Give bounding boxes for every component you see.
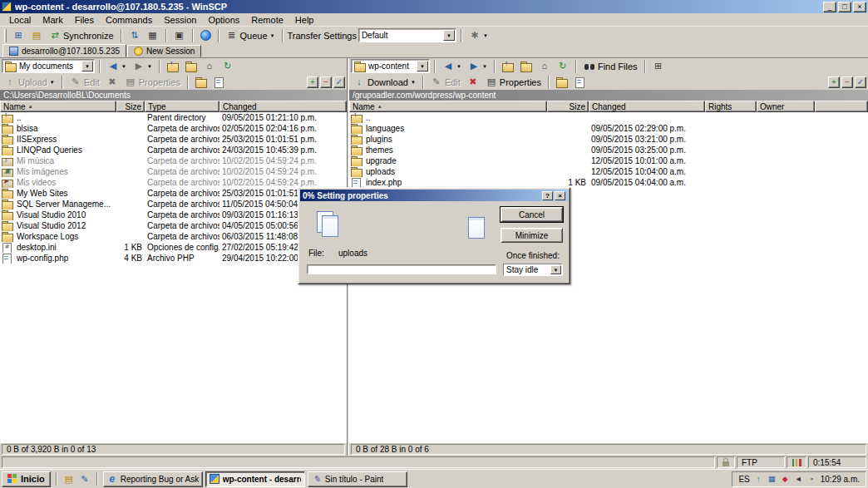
column-header-name[interactable]: Name — [0, 101, 116, 112]
back-button[interactable]: ◀▼ — [105, 59, 129, 74]
remote-path-bar[interactable]: /grupoadler.com/wordpress/wp-content — [349, 90, 868, 101]
once-finished-select[interactable]: Stay idle ▼ — [503, 264, 563, 276]
file-row[interactable]: languages 09/05/2015 02:29:00 p.m. — [349, 123, 868, 134]
menu-item[interactable]: Options — [202, 14, 245, 26]
task-button[interactable]: Reporting Bug or Asking ... — [103, 471, 203, 487]
unselect-files-button[interactable]: − — [841, 76, 853, 88]
stored-sessions-button[interactable]: ▤ — [28, 28, 45, 43]
tray-keyboard-icon[interactable]: ▪ — [807, 475, 816, 484]
file-row[interactable]: Workspace Logs Carpeta de archivos 06/03… — [0, 231, 347, 242]
invert-selection-button[interactable]: ✓ — [333, 76, 345, 88]
properties-button[interactable]: ▤ Properties — [122, 75, 183, 90]
parent-directory-button[interactable] — [500, 59, 516, 74]
edit-button[interactable]: ✎ Edit — [428, 75, 463, 90]
transfer-settings-select[interactable]: Default ▼ — [358, 28, 456, 42]
new-folder-button[interactable] — [193, 75, 210, 90]
window-titlebar[interactable]: wp-content - desarrollo@107.180.5.235 - … — [0, 0, 868, 13]
menu-item[interactable]: Local — [3, 14, 37, 26]
dropdown-arrow-icon[interactable]: ▼ — [443, 30, 455, 41]
column-header-type[interactable]: Type — [145, 101, 219, 112]
forward-button[interactable]: ▶▼ — [131, 59, 155, 74]
file-row[interactable]: blsisa Carpeta de archivos 02/05/2015 02… — [0, 123, 347, 134]
tray-volume-icon[interactable]: ◄ — [794, 475, 803, 484]
tray-shield-icon[interactable]: ◆ — [781, 475, 790, 484]
select-files-button[interactable]: + — [828, 76, 840, 88]
refresh-button[interactable]: ↻ — [555, 59, 571, 74]
file-row[interactable]: .. Parent directory 09/05/2015 01:21:10 … — [0, 112, 347, 123]
transfer-options-button[interactable]: ✱ ▼ — [466, 28, 491, 43]
session-tab[interactable]: desarrollo@107.180.5.235 — [2, 44, 126, 57]
column-header-size[interactable]: Size — [116, 101, 145, 112]
file-row[interactable]: Visual Studio 2010 Carpeta de archivos 0… — [0, 209, 347, 220]
properties-button[interactable]: ▤ Properties — [483, 75, 544, 90]
file-row[interactable]: .. — [349, 112, 868, 123]
unselect-files-button[interactable]: − — [320, 76, 332, 88]
synchronize-browsing-button[interactable]: ⇅ — [126, 28, 143, 43]
file-row[interactable]: Mi música Carpeta de archivos 10/02/2015… — [0, 155, 347, 166]
back-button[interactable]: ◀▼ — [440, 59, 464, 74]
file-row[interactable]: LINQPad Queries Carpeta de archivos 24/0… — [0, 145, 347, 155]
file-row[interactable]: themes 09/05/2015 03:25:00 p.m. — [349, 145, 868, 155]
queue-button[interactable]: ≣ Queue ▼ — [224, 28, 278, 43]
delete-button[interactable]: ✖ — [465, 75, 481, 90]
task-button[interactable]: wp-content - desarroll... — [205, 471, 305, 487]
file-row[interactable]: Mis videos Carpeta de archivos 10/02/201… — [0, 177, 347, 188]
home-directory-button[interactable]: ⌂ — [536, 59, 553, 74]
column-header-changed[interactable]: Changed — [589, 101, 705, 112]
column-header-size[interactable]: Size — [547, 101, 589, 112]
file-row[interactable]: wp-config.php 4 KB Archivo PHP 29/04/201… — [0, 253, 347, 264]
invert-selection-button[interactable]: ✓ — [855, 76, 866, 88]
minimize-button[interactable]: Minimize — [501, 228, 563, 243]
cancel-button[interactable]: Cancel — [501, 207, 563, 222]
forward-button[interactable]: ▶▼ — [466, 59, 490, 74]
dropdown-arrow-icon[interactable]: ▼ — [417, 61, 428, 71]
new-file-button[interactable] — [211, 75, 228, 90]
menu-item[interactable]: Session — [158, 14, 202, 26]
dropdown-arrow-icon[interactable]: ▼ — [81, 61, 93, 71]
download-button[interactable]: ↓ Download ▼ — [351, 75, 418, 90]
maximize-window-button[interactable]: □ — [838, 2, 851, 12]
new-folder-button[interactable] — [554, 75, 570, 90]
column-header-changed[interactable]: Changed — [219, 101, 347, 112]
local-directory-select[interactable]: My documents ▼ — [2, 59, 95, 73]
dropdown-arrow-icon[interactable]: ▼ — [550, 265, 561, 274]
file-row[interactable]: uploads 12/05/2015 10:04:00 a.m. — [349, 166, 868, 177]
language-indicator[interactable]: ES — [738, 475, 749, 484]
tray-update-icon[interactable]: ↑ — [754, 475, 763, 484]
home-directory-button[interactable]: ⌂ — [201, 59, 218, 74]
site-manager-button[interactable]: ⊞ — [10, 28, 27, 43]
column-header-rights[interactable]: Rights — [705, 101, 757, 112]
menu-item[interactable]: Remote — [245, 14, 289, 26]
menu-item[interactable]: Commands — [100, 14, 158, 26]
dialog-help-button[interactable]: ? — [542, 191, 553, 200]
parent-directory-button[interactable] — [165, 59, 181, 74]
find-files-button[interactable]: Find Files — [581, 59, 640, 74]
open-in-browser-button[interactable] — [198, 28, 214, 43]
task-button[interactable]: Sin título - Paint — [308, 471, 407, 487]
close-window-button[interactable]: × — [853, 2, 866, 12]
edit-button[interactable]: ✎ Edit — [67, 75, 102, 90]
root-directory-button[interactable] — [183, 59, 200, 74]
local-path-bar[interactable]: C:\Users\DesarrolloBL\Documents — [0, 90, 347, 101]
toolbar-gripper[interactable] — [4, 29, 7, 42]
column-header-name[interactable]: Name — [349, 101, 547, 112]
menu-item[interactable]: Files — [69, 14, 100, 26]
dialog-titlebar[interactable]: 0% Setting properties ? × — [300, 190, 568, 201]
file-row[interactable]: SQL Server Manageme... Carpeta de archiv… — [0, 199, 347, 209]
upload-button[interactable]: ↑ Upload ▼ — [2, 75, 57, 90]
synchronize-button[interactable]: ⇄ Synchronize — [47, 28, 116, 43]
select-files-button[interactable]: + — [307, 76, 318, 88]
root-directory-button[interactable] — [518, 59, 535, 74]
file-row[interactable]: My Web Sites Carpeta de archivos 25/03/2… — [0, 188, 347, 199]
quick-launch-desktop-icon[interactable]: ▤ — [62, 472, 76, 486]
minimize-window-button[interactable]: _ — [823, 2, 836, 12]
new-file-button[interactable] — [572, 75, 589, 90]
open-terminal-button[interactable]: ▦ — [145, 28, 161, 43]
tray-network-icon[interactable]: ▦ — [767, 475, 777, 484]
quick-launch-paint-icon[interactable]: ✎ — [78, 472, 91, 486]
file-row[interactable]: upgrade 12/05/2015 10:01:00 a.m. — [349, 155, 868, 166]
refresh-button[interactable]: ↻ — [219, 59, 236, 74]
column-header-owner[interactable]: Owner — [757, 101, 815, 112]
file-row[interactable]: Visual Studio 2012 Carpeta de archivos 0… — [0, 220, 347, 231]
menu-item[interactable]: Help — [289, 14, 320, 26]
